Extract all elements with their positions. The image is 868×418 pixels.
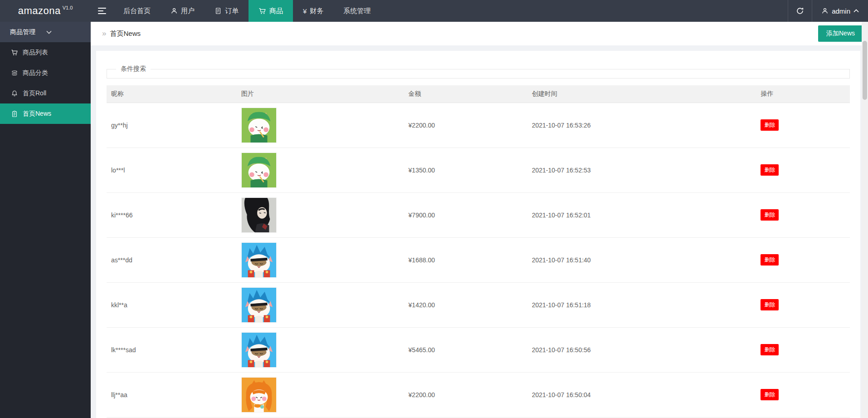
nickname-cell: gy**hj	[107, 103, 237, 148]
scrollbar-thumb[interactable]	[863, 41, 867, 100]
sidebar-item-goods-category[interactable]: 商品分类	[0, 63, 91, 83]
main-nav: 后台首页 用户 订单 商品 ¥ 财务 系统管理	[113, 0, 380, 22]
col-image: 图片	[237, 85, 404, 103]
app-logo: amazona V1.0	[0, 0, 91, 22]
delete-button[interactable]: 删除	[761, 299, 779, 310]
table-row: lo***l ¥1350.00 2021-10-07 16:52:53 删除	[107, 148, 850, 192]
table-row: ki****66 ¥7900.00 2021-10-07 16:52:01 删除	[107, 192, 850, 237]
sidebar-item-home-roll[interactable]: 首页Roll	[0, 83, 91, 103]
amount-cell: ¥1688.00	[404, 237, 527, 282]
table-row: lk****sad ¥5465.00 2021-10-07 16:50:56 删…	[107, 327, 850, 372]
nickname: lo***l	[111, 167, 125, 174]
avatar-image	[241, 377, 277, 413]
avatar-image	[241, 108, 277, 143]
table-row: llj**aa ¥2200.00 2021-10-07 16:50:04 删除	[107, 372, 850, 417]
app-logo-text: amazona	[18, 5, 61, 17]
nav-item-goods[interactable]: 商品	[249, 0, 293, 22]
sidebar: 商品管理 商品列表 商品分类 首页Roll	[0, 22, 91, 418]
created-cell: 2021-10-07 16:52:01	[527, 192, 756, 237]
created-time: 2021-10-07 16:50:04	[532, 391, 591, 398]
amount: ¥5465.00	[409, 346, 435, 354]
clipboard-icon	[11, 110, 18, 118]
image-cell	[237, 282, 404, 327]
sidebar-item-label: 商品分类	[23, 69, 48, 77]
sidebar-group-goods[interactable]: 商品管理	[0, 22, 91, 42]
amount-cell: ¥1350.00	[404, 148, 527, 192]
cart-icon	[258, 7, 266, 15]
image-cell	[237, 148, 404, 192]
delete-button[interactable]: 删除	[761, 344, 779, 355]
breadcrumb: » 首页News	[102, 29, 141, 38]
delete-button[interactable]: 删除	[761, 164, 779, 176]
col-amount: 金额	[404, 85, 527, 103]
delete-button[interactable]: 删除	[761, 119, 779, 131]
nickname-cell: lk****sad	[107, 327, 237, 372]
sidebar-item-home-news[interactable]: 首页News	[0, 103, 91, 124]
amount: ¥2200.00	[409, 122, 435, 129]
breadcrumb-label: 首页News	[110, 30, 141, 38]
user-menu[interactable]: admin	[812, 0, 868, 22]
username: admin	[832, 7, 850, 15]
image-cell	[237, 192, 404, 237]
created-time: 2021-10-07 16:50:56	[532, 346, 591, 354]
nav-item-finance[interactable]: ¥ 财务	[293, 0, 333, 22]
amount: ¥7900.00	[409, 211, 435, 219]
refresh-icon	[796, 7, 804, 15]
document-icon	[215, 7, 222, 15]
image-cell	[237, 372, 404, 417]
nickname-cell: as***dd	[107, 237, 237, 282]
image-cell	[237, 103, 404, 148]
delete-button[interactable]: 删除	[761, 254, 779, 266]
vertical-scrollbar[interactable]	[862, 22, 868, 418]
created-time: 2021-10-07 16:51:40	[532, 256, 591, 264]
chevron-down-icon	[46, 30, 83, 34]
breadcrumb-bar: » 首页News 添加News	[91, 22, 868, 45]
amount: ¥1688.00	[409, 256, 435, 264]
created-cell: 2021-10-07 16:51:18	[527, 282, 756, 327]
content-card: 条件搜索 昵称 图片 金额 创建时间 操作 gy**hj	[96, 51, 860, 418]
search-legend: 条件搜索	[116, 65, 151, 73]
nickname-cell: ki****66	[107, 192, 237, 237]
sidebar-item-goods-list[interactable]: 商品列表	[0, 42, 91, 63]
table-row: as***dd ¥1688.00 2021-10-07 16:51:40 删除	[107, 237, 850, 282]
created-cell: 2021-10-07 16:50:56	[527, 327, 756, 372]
image-cell	[237, 237, 404, 282]
cart-icon	[11, 49, 18, 56]
table-row: gy**hj ¥2200.00 2021-10-07 16:53:26 删除	[107, 103, 850, 148]
avatar-image	[241, 287, 277, 323]
amount-cell: ¥2200.00	[404, 372, 527, 417]
amount: ¥1420.00	[409, 301, 435, 309]
action-cell: 删除	[756, 237, 850, 282]
action-cell: 删除	[756, 192, 850, 237]
created-time: 2021-10-07 16:51:18	[532, 301, 591, 309]
table-header-row: 昵称 图片 金额 创建时间 操作	[107, 85, 850, 103]
amount-cell: ¥1420.00	[404, 282, 527, 327]
refresh-button[interactable]	[788, 0, 812, 22]
nickname: kkl**a	[111, 301, 127, 309]
created-cell: 2021-10-07 16:51:40	[527, 237, 756, 282]
nav-item-dashboard[interactable]: 后台首页	[113, 0, 161, 22]
nickname: ki****66	[111, 211, 132, 219]
action-cell: 删除	[756, 148, 850, 192]
nav-item-system[interactable]: 系统管理	[333, 0, 380, 22]
layers-icon	[11, 69, 18, 77]
avatar-image	[241, 197, 277, 233]
app-version: V1.0	[63, 5, 73, 10]
nav-item-users[interactable]: 用户	[161, 0, 205, 22]
nav-item-label: 系统管理	[343, 7, 371, 15]
amount: ¥2200.00	[409, 391, 435, 398]
created-time: 2021-10-07 16:52:01	[532, 211, 591, 219]
user-icon	[171, 7, 178, 15]
delete-button[interactable]: 删除	[761, 209, 779, 221]
avatar-image	[241, 242, 277, 278]
sidebar-collapse-icon[interactable]	[91, 0, 113, 22]
amount-cell: ¥2200.00	[404, 103, 527, 148]
nav-item-orders[interactable]: 订单	[205, 0, 249, 22]
created-cell: 2021-10-07 16:52:53	[527, 148, 756, 192]
search-fieldset: 条件搜索	[107, 65, 850, 79]
amount: ¥1350.00	[409, 167, 435, 174]
add-news-button[interactable]: 添加News	[818, 25, 863, 42]
delete-button[interactable]: 删除	[761, 389, 779, 400]
yen-icon: ¥	[303, 8, 307, 15]
amount-cell: ¥7900.00	[404, 192, 527, 237]
